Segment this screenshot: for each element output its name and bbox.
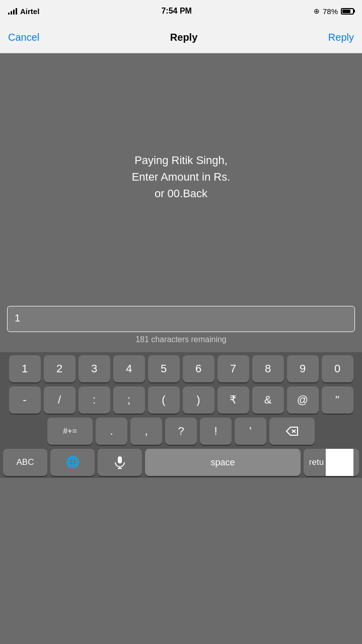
status-bar: Airtel 7:54 PM ⊕ 78% [0, 0, 362, 22]
key-rparen[interactable]: ) [183, 386, 214, 414]
key-7[interactable]: 7 [218, 355, 249, 382]
key-return[interactable]: retu [304, 449, 359, 476]
message-line1: Paying Ritik Singh, [132, 152, 231, 169]
key-6[interactable]: 6 [183, 355, 214, 382]
key-ampersand[interactable]: & [252, 386, 284, 414]
key-0[interactable]: 0 [322, 355, 353, 382]
location-icon: ⊕ [314, 7, 320, 15]
key-mic[interactable] [98, 449, 142, 476]
key-9[interactable]: 9 [287, 355, 319, 382]
bottom-row: ABC 🌐 space retu [2, 449, 360, 476]
battery-percent: 78% [323, 7, 338, 16]
status-time: 7:54 PM [161, 7, 191, 16]
nav-title: Reply [170, 32, 197, 43]
sym-row: - / : ; ( ) ₹ & @ " [2, 386, 360, 414]
signal-icon [8, 8, 17, 15]
key-1[interactable]: 1 [9, 355, 41, 382]
special-row: #+= . , ? ! ' [2, 418, 360, 445]
key-globe[interactable]: 🌐 [50, 449, 95, 476]
status-right-group: ⊕ 78% [314, 7, 354, 16]
key-8[interactable]: 8 [252, 355, 284, 382]
key-at[interactable]: @ [287, 386, 319, 414]
key-apostrophe[interactable]: ' [235, 418, 266, 445]
key-5[interactable]: 5 [148, 355, 180, 382]
reply-input[interactable]: 1 [7, 306, 355, 332]
navigation-bar: Cancel Reply Reply [0, 22, 362, 53]
message-content: Paying Ritik Singh, Enter Amount in Rs. … [132, 152, 231, 202]
battery-fill [342, 10, 350, 13]
keyboard: 1 2 3 4 5 6 7 8 9 0 - / : ; ( ) ₹ & @ " … [0, 352, 362, 478]
key-minus[interactable]: - [9, 386, 41, 414]
key-return-white-block [326, 449, 353, 476]
key-backspace[interactable] [269, 418, 315, 445]
carrier-label: Airtel [20, 7, 39, 16]
num-row: 1 2 3 4 5 6 7 8 9 0 [2, 355, 360, 382]
key-exclaim[interactable]: ! [200, 418, 232, 445]
svg-rect-2 [118, 456, 122, 463]
battery-icon [341, 8, 354, 15]
key-2[interactable]: 2 [44, 355, 76, 382]
key-semicolon[interactable]: ; [113, 386, 145, 414]
char-count-label: 181 characters remaining [7, 335, 355, 348]
message-line3: or 00.Back [132, 185, 231, 202]
key-quote[interactable]: " [322, 386, 353, 414]
key-question[interactable]: ? [165, 418, 197, 445]
key-lparen[interactable]: ( [148, 386, 180, 414]
key-space[interactable]: space [145, 449, 301, 476]
key-slash[interactable]: / [44, 386, 76, 414]
key-colon[interactable]: : [79, 386, 110, 414]
key-rupee[interactable]: ₹ [218, 386, 249, 414]
message-line2: Enter Amount in Rs. [132, 169, 231, 185]
key-3[interactable]: 3 [79, 355, 110, 382]
cancel-button[interactable]: Cancel [8, 32, 39, 43]
key-hashtag[interactable]: #+= [47, 418, 93, 445]
input-area: 1 181 characters remaining [0, 300, 362, 352]
key-dot[interactable]: . [96, 418, 127, 445]
message-area: Paying Ritik Singh, Enter Amount in Rs. … [0, 53, 362, 300]
key-comma[interactable]: , [130, 418, 162, 445]
key-4[interactable]: 4 [113, 355, 145, 382]
carrier-signal: Airtel [8, 7, 39, 16]
key-abc[interactable]: ABC [3, 449, 47, 476]
reply-button[interactable]: Reply [328, 32, 354, 43]
